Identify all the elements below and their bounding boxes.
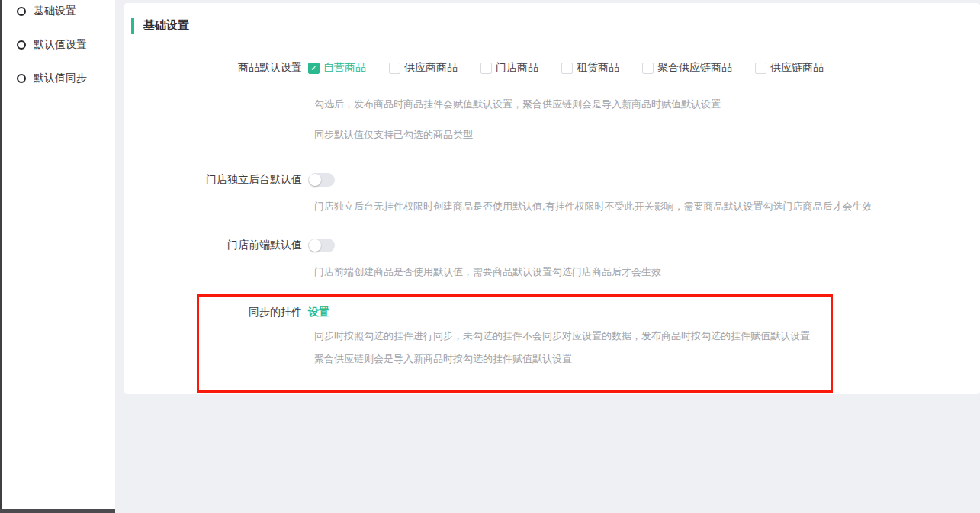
checkbox-checked-icon: ✓ bbox=[308, 63, 320, 74]
panel-title: 基础设置 bbox=[143, 18, 189, 33]
sync-widget-settings-link[interactable]: 设置 bbox=[308, 306, 329, 319]
checkbox-unchecked-icon bbox=[561, 63, 573, 74]
page: 基础设置 默认值设置 默认值同步 基础设置 商品默认设置 ✓ 自营商品 bbox=[0, 0, 980, 513]
anchor-circle-icon bbox=[17, 7, 26, 16]
panel-title-row: 基础设置 bbox=[131, 18, 189, 34]
basic-settings-panel: 基础设置 商品默认设置 ✓ 自营商品 供应商商品 门店商品 bbox=[124, 3, 980, 394]
checkbox-label: 供应链商品 bbox=[770, 61, 824, 75]
store-backend-default-row: 门店独立后台默认值 bbox=[124, 173, 980, 187]
checkbox-label: 聚合供应链商品 bbox=[657, 61, 732, 75]
checkbox-aggregate-supply-chain-product[interactable]: 聚合供应链商品 bbox=[642, 61, 732, 75]
product-type-checkbox-group: ✓ 自营商品 供应商商品 门店商品 租赁商品 聚合供应链商品 bbox=[308, 61, 847, 75]
toggle-knob bbox=[309, 174, 321, 186]
anchor-circle-icon bbox=[17, 74, 26, 83]
sidebar-item-label: 默认值设置 bbox=[34, 38, 87, 52]
checkbox-store-product[interactable]: 门店商品 bbox=[480, 61, 538, 75]
sync-widget-tip-2: 聚合供应链则会是导入新商品时按勾选的挂件赋值默认设置 bbox=[314, 352, 572, 366]
store-front-default-label: 门店前端默认值 bbox=[124, 239, 308, 252]
sidebar-item-default-value-sync[interactable]: 默认值同步 bbox=[2, 72, 115, 85]
store-front-default-row: 门店前端默认值 bbox=[124, 239, 980, 252]
checkbox-unchecked-icon bbox=[480, 63, 492, 74]
checkbox-self-operated-product[interactable]: ✓ 自营商品 bbox=[308, 61, 366, 75]
checkbox-supply-chain-product[interactable]: 供应链商品 bbox=[755, 61, 824, 75]
checkbox-unchecked-icon bbox=[389, 63, 400, 74]
sync-widget-label: 同步的挂件 bbox=[124, 306, 308, 319]
checkbox-unchecked-icon bbox=[642, 63, 654, 74]
store-backend-default-label: 门店独立后台默认值 bbox=[124, 173, 308, 187]
checkbox-unchecked-icon bbox=[755, 63, 766, 74]
store-front-default-toggle[interactable] bbox=[308, 239, 335, 252]
sidebar-item-label: 基础设置 bbox=[34, 5, 76, 18]
sidebar-item-label: 默认值同步 bbox=[34, 72, 87, 85]
anchor-list: 基础设置 默认值设置 默认值同步 bbox=[2, 0, 115, 85]
checkbox-label: 供应商商品 bbox=[404, 61, 458, 75]
anchor-sidebar: 基础设置 默认值设置 默认值同步 bbox=[2, 0, 115, 513]
checkbox-label: 门店商品 bbox=[496, 61, 538, 75]
checkbox-lease-product[interactable]: 租赁商品 bbox=[561, 61, 619, 75]
product-default-tip-2: 同步默认值仅支持已勾选的商品类型 bbox=[314, 128, 473, 142]
store-front-default-tip: 门店前端创建商品是否使用默认值，需要商品默认设置勾选门店商品后才会生效 bbox=[314, 265, 661, 279]
product-default-tip-1: 勾选后，发布商品时商品挂件会赋值默认设置，聚合供应链则会是导入新商品时赋值默认设… bbox=[314, 98, 721, 111]
store-backend-default-tip: 门店独立后台无挂件权限时创建商品是否使用默认值,有挂件权限时不受此开关影响，需要… bbox=[314, 200, 872, 213]
title-accent-bar bbox=[131, 18, 134, 34]
sync-widget-row: 同步的挂件 设置 bbox=[124, 306, 980, 319]
checkbox-label: 租赁商品 bbox=[577, 61, 619, 75]
sidebar-horizontal-scrollbar[interactable] bbox=[0, 509, 115, 513]
product-default-label: 商品默认设置 bbox=[124, 61, 308, 75]
anchor-circle-icon bbox=[17, 40, 26, 50]
sidebar-item-basic-settings[interactable]: 基础设置 bbox=[2, 5, 115, 18]
toggle-knob bbox=[309, 239, 321, 252]
checkbox-label: 自营商品 bbox=[323, 61, 366, 75]
sidebar-item-default-value-settings[interactable]: 默认值设置 bbox=[2, 38, 115, 51]
sync-widget-tip-1: 同步时按照勾选的挂件进行同步，未勾选的挂件不会同步对应设置的数据，发布商品时按勾… bbox=[314, 329, 810, 343]
checkbox-supplier-product[interactable]: 供应商商品 bbox=[389, 61, 458, 75]
product-default-row: 商品默认设置 ✓ 自营商品 供应商商品 门店商品 租赁商品 bbox=[124, 61, 980, 75]
store-backend-default-toggle[interactable] bbox=[308, 173, 335, 187]
